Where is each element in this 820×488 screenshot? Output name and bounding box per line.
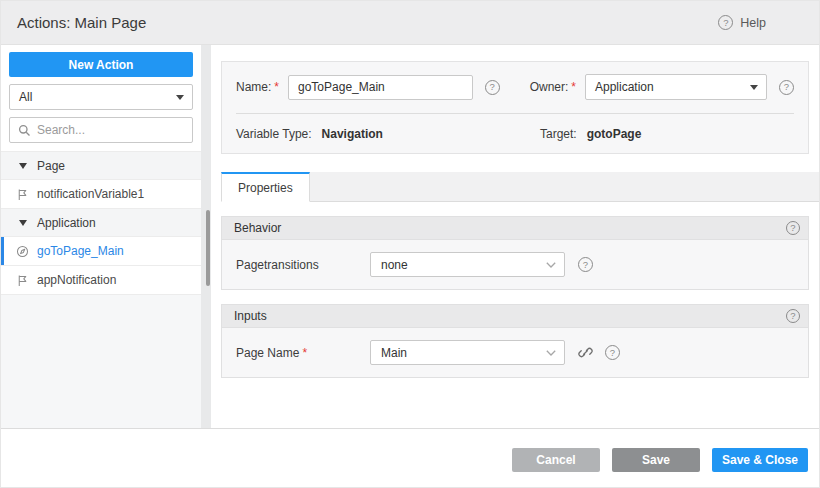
tree-group-page[interactable]: Page — [1, 152, 201, 180]
search-icon — [18, 124, 31, 137]
cancel-button[interactable]: Cancel — [512, 448, 600, 472]
required-mark: * — [302, 346, 307, 360]
tree-item-appnotification[interactable]: appNotification — [1, 266, 201, 295]
behavior-section-body: Pagetransitions none ? — [222, 240, 808, 289]
chevron-down-icon — [546, 350, 556, 356]
inputs-help-icon[interactable]: ? — [786, 309, 800, 323]
tree-item-label: goToPage_Main — [37, 244, 124, 258]
pagetransitions-extras: ? — [578, 257, 593, 272]
action-editor: Name: * ? Owner: * Application ? — [211, 45, 820, 430]
inputs-section: Inputs ? Page Name * Main — [221, 304, 809, 378]
save-button[interactable]: Save — [612, 448, 700, 472]
variable-type-group: Variable Type: Navigation — [236, 127, 540, 141]
target-label: Target: — [540, 127, 577, 141]
actions-tree: Page notificationVariable1 Application g… — [1, 151, 201, 295]
pagetransitions-value: none — [381, 258, 408, 272]
inputs-title: Inputs — [234, 309, 267, 323]
action-summary-panel: Name: * ? Owner: * Application ? — [221, 61, 809, 154]
pagetransitions-dropdown[interactable]: none — [370, 252, 565, 277]
help-button[interactable]: ? Help — [718, 15, 766, 30]
owner-select[interactable]: Application — [585, 74, 767, 100]
tree-group-application[interactable]: Application — [1, 209, 201, 237]
sidebar-controls: New Action All — [1, 45, 201, 151]
owner-label: Owner: — [530, 80, 569, 94]
behavior-section-header: Behavior ? — [222, 217, 808, 240]
page-name-value: Main — [381, 346, 407, 360]
type-target-row: Variable Type: Navigation Target: gotoPa… — [236, 127, 794, 141]
flag-icon — [16, 274, 29, 287]
flag-icon — [16, 188, 29, 201]
scrollbar-thumb[interactable] — [206, 210, 210, 286]
required-mark: * — [274, 80, 279, 94]
inputs-section-body: Page Name * Main ? — [222, 328, 808, 377]
actions-dialog: Actions: Main Page ? Help New Action All — [0, 0, 820, 488]
owner-group: Owner: * Application — [530, 74, 767, 100]
page-title: Actions: Main Page — [17, 14, 146, 31]
behavior-section: Behavior ? Pagetransitions none ? — [221, 216, 809, 290]
behavior-title: Behavior — [234, 221, 281, 235]
owner-select-value: Application — [595, 80, 654, 94]
search-input[interactable] — [37, 123, 184, 137]
save-and-close-button[interactable]: Save & Close — [712, 448, 808, 472]
tab-properties[interactable]: Properties — [221, 172, 310, 202]
tree-item-gotopage-main[interactable]: goToPage_Main — [1, 237, 201, 266]
navigation-icon — [16, 245, 29, 258]
caret-down-icon — [176, 95, 184, 100]
dialog-footer: Cancel Save Save & Close — [1, 428, 820, 487]
tab-bar: Properties — [221, 172, 820, 202]
variable-type-value: Navigation — [322, 127, 383, 141]
tree-group-label: Page — [37, 159, 65, 173]
required-mark: * — [571, 80, 576, 94]
caret-down-icon — [750, 85, 758, 90]
name-label: Name: — [236, 80, 271, 94]
owner-help-icon[interactable]: ? — [779, 80, 794, 95]
collapse-arrow-icon — [19, 220, 27, 226]
tree-item-notificationvariable1[interactable]: notificationVariable1 — [1, 180, 201, 209]
dialog-header: Actions: Main Page ? Help — [1, 1, 820, 45]
tree-item-label: notificationVariable1 — [37, 187, 144, 201]
tab-label: Properties — [238, 181, 293, 195]
name-owner-row: Name: * ? Owner: * Application ? — [236, 74, 794, 100]
scrollbar-track[interactable] — [201, 45, 211, 430]
search-box — [9, 117, 193, 143]
page-name-label: Page Name — [236, 346, 299, 360]
pagetransitions-label: Pagetransitions — [236, 258, 370, 272]
variable-type-label: Variable Type: — [236, 127, 312, 141]
name-input[interactable] — [288, 75, 473, 100]
collapse-arrow-icon — [19, 163, 27, 169]
bind-link-icon[interactable] — [578, 345, 593, 360]
pagetransitions-help-icon[interactable]: ? — [578, 257, 593, 272]
help-label: Help — [740, 16, 766, 30]
panel-divider — [236, 113, 794, 114]
chevron-down-icon — [546, 262, 556, 268]
help-icon: ? — [718, 15, 733, 30]
target-value: gotoPage — [587, 127, 642, 141]
page-name-label-group: Page Name * — [236, 346, 370, 360]
tree-group-label: Application — [37, 216, 96, 230]
page-name-help-icon[interactable]: ? — [605, 345, 620, 360]
inputs-section-header: Inputs ? — [222, 305, 808, 328]
page-name-extras: ? — [578, 345, 620, 360]
tree-item-label: appNotification — [37, 273, 116, 287]
filter-select[interactable]: All — [9, 84, 193, 110]
new-action-button[interactable]: New Action — [9, 52, 193, 77]
actions-sidebar: New Action All Page notificationVaria — [1, 45, 201, 430]
page-name-dropdown[interactable]: Main — [370, 340, 565, 365]
dialog-body: New Action All Page notificationVaria — [1, 45, 820, 430]
filter-select-value: All — [19, 90, 32, 104]
behavior-help-icon[interactable]: ? — [786, 221, 800, 235]
name-help-icon[interactable]: ? — [485, 80, 500, 95]
